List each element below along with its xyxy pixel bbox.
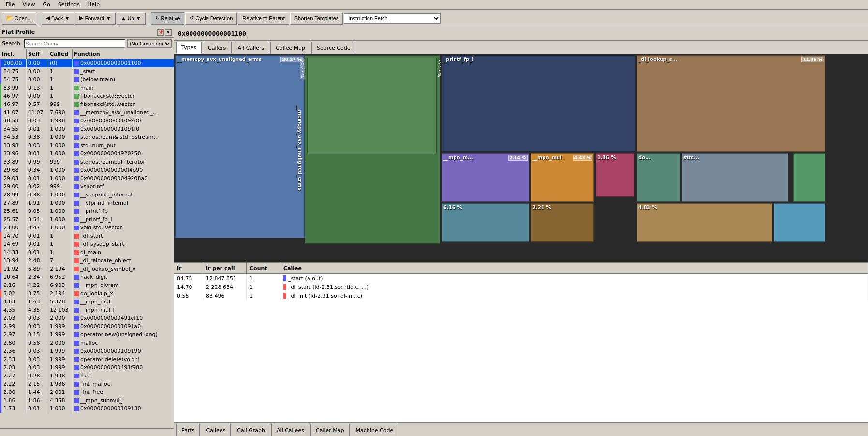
callee-row[interactable]: 14.70 2 228 634 1 _dl_start (ld-2.31.so:… <box>174 283 868 291</box>
treemap-block[interactable]: _printf_fp_l <box>442 55 635 152</box>
table-row[interactable]: 33.96 0.01 1 000 0x0000000004920250 <box>0 150 174 158</box>
treemap-block-label: _printf_fp_l <box>442 56 474 63</box>
table-row[interactable]: 33.98 0.03 1 000 std::num_put <box>0 141 174 150</box>
relative-button[interactable]: ↻ Relative <box>151 12 185 25</box>
instruction-fetch-select[interactable]: Instruction Fetch <box>344 13 441 24</box>
table-row[interactable]: 25.61 0.05 1 000 __printf_fp <box>0 207 174 215</box>
top-tab-source-code[interactable]: Source Code <box>311 42 355 54</box>
fp-pin-button[interactable]: 📌 <box>157 29 164 36</box>
treemap-block[interactable]: __mpn_m...2.14 % <box>442 153 529 202</box>
table-row[interactable]: 6.16 4.22 6 903 __mpn_divrem <box>0 281 174 289</box>
bottom-tab-parts[interactable]: Parts <box>176 424 200 436</box>
grouping-select[interactable]: (No Grouping) <box>127 39 172 48</box>
treemap-block[interactable]: 2.21 % <box>531 203 594 242</box>
treemap-block[interactable] <box>307 58 437 154</box>
table-row[interactable]: 46.97 0.00 1 fibonacci(std::vector <box>0 92 174 100</box>
bottom-tab-callees[interactable]: Callees <box>201 424 231 436</box>
menu-view[interactable]: View <box>18 0 39 9</box>
table-row[interactable]: 2.97 0.15 1 999 operator new(unsigned lo… <box>0 331 174 339</box>
open-button[interactable]: 📂 Open... <box>2 12 36 25</box>
table-row[interactable]: 46.97 0.57 999 fibonacci(std::vector <box>0 100 174 108</box>
top-tab-types[interactable]: Types <box>176 42 202 54</box>
th-function[interactable]: Function <box>73 49 174 59</box>
table-row[interactable]: 23.00 0.47 1 000 void std::vector <box>0 224 174 232</box>
table-row[interactable]: 25.57 8.54 1 000 __printf_fp_l <box>0 215 174 224</box>
table-row[interactable]: 11.92 6.89 2 194 _dl_lookup_symbol_x <box>0 265 174 273</box>
th-called[interactable]: Called <box>48 49 73 59</box>
table-row[interactable]: 28.99 0.38 1 000 __vsnprintf_internal <box>0 191 174 199</box>
table-row[interactable]: 2.27 0.28 1 998 free <box>0 372 174 380</box>
shorten-templates-button[interactable]: Shorten Templates <box>290 12 343 25</box>
table-row[interactable]: 33.89 0.99 999 std::ostreambuf_iterator <box>0 158 174 166</box>
forward-button[interactable]: ▶ Forward ▼ <box>75 12 115 25</box>
th-incl[interactable]: Incl. <box>0 49 27 59</box>
menu-help[interactable]: Help <box>84 0 103 9</box>
table-row[interactable]: 41.07 41.07 7 690 __memcpy_avx_unaligned… <box>0 108 174 117</box>
callee-th-count[interactable]: Count <box>247 263 280 273</box>
top-tab-callee-map[interactable]: Callee Map <box>270 42 310 54</box>
table-row[interactable]: 2.03 0.03 1 999 0x0000000000491f980 <box>0 363 174 372</box>
table-row[interactable]: 13.94 2.48 7 _dl_relocate_object <box>0 256 174 265</box>
treemap-block[interactable] <box>793 153 825 202</box>
cycle-detection-button[interactable]: ↺ Cycle Detection <box>185 12 237 25</box>
treemap-block[interactable]: _dl_lookup_s...11.46 % <box>637 55 825 152</box>
table-row[interactable]: 14.69 0.01 1 _dl_sysdep_start <box>0 240 174 248</box>
search-input[interactable] <box>24 39 126 48</box>
treemap-block[interactable]: strc... <box>682 153 788 202</box>
table-row[interactable]: 14.33 0.01 1 dl_main <box>0 248 174 256</box>
table-row[interactable]: 29.03 0.01 1 000 0x0000000000049208a0 <box>0 174 174 182</box>
top-tab-callers[interactable]: Callers <box>203 42 232 54</box>
table-row[interactable]: 2.36 0.03 1 999 0x0000000000109190 <box>0 347 174 355</box>
table-row[interactable]: 1.73 0.01 1 000 0x0000000000109130 <box>0 405 174 413</box>
table-row[interactable]: 4.35 4.35 12 103 __mpn_mul_l <box>0 306 174 314</box>
table-row[interactable]: 84.75 0.00 1 _start <box>0 67 174 75</box>
table-row[interactable]: 5.02 3.75 2 194 do_lookup_x <box>0 289 174 298</box>
table-row[interactable]: 2.33 0.03 1 999 operator delete(void*) <box>0 355 174 363</box>
relative-to-parent-button[interactable]: Relative to Parent <box>238 12 289 25</box>
bottom-tab-caller-map[interactable]: Caller Map <box>310 424 350 436</box>
bottom-tab-all-callees[interactable]: All Callees <box>271 424 309 436</box>
callee-th-ir-per-call[interactable]: Ir per call <box>203 263 247 273</box>
table-row[interactable]: 14.70 0.01 1 _dl_start <box>0 232 174 240</box>
table-row[interactable]: 2.80 0.58 2 000 malloc <box>0 339 174 347</box>
table-row[interactable]: 100.00 0.00 (0) 0x0000000000001100 <box>0 59 174 67</box>
table-row[interactable]: 2.03 0.03 2 000 0x0000000000491ef10 <box>0 314 174 322</box>
th-self[interactable]: Self <box>27 49 48 59</box>
fp-close-button[interactable]: ✕ <box>165 29 172 36</box>
table-row[interactable]: 83.99 0.13 1 main <box>0 84 174 92</box>
horizontal-scrollbar[interactable] <box>0 428 174 436</box>
menu-settings[interactable]: Settings <box>54 0 84 9</box>
treemap-block[interactable]: do... <box>637 153 680 202</box>
table-row[interactable]: 34.55 0.01 1 000 0x00000000001091f0 <box>0 125 174 133</box>
treemap-block[interactable]: 4.83 % <box>637 203 772 242</box>
menu-go[interactable]: Go <box>39 0 54 9</box>
treemap-block[interactable]: 6.16 % <box>442 203 529 242</box>
treemap-area[interactable]: __memcpy_avx_unaligned_erms20.27 %_print… <box>174 54 868 262</box>
up-button[interactable]: ▲ Up ▼ <box>117 12 146 25</box>
table-row[interactable]: 27.89 1.91 1 000 __vfprintf_internal <box>0 199 174 207</box>
table-row[interactable]: 34.53 0.38 1 000 std::ostream& std::ostr… <box>0 133 174 141</box>
back-button[interactable]: ◀ Back ▼ <box>42 12 74 25</box>
callee-row[interactable]: 84.75 12 847 851 1 _start (a.out) <box>174 274 868 283</box>
treemap-block[interactable] <box>774 203 825 242</box>
bottom-tab-call-graph[interactable]: Call Graph <box>232 424 270 436</box>
treemap-block[interactable]: __memcpy_avx_unaligned_erms20.27 % <box>175 55 305 238</box>
menu-file[interactable]: File <box>2 0 18 9</box>
table-row[interactable]: 29.68 0.34 1 000 0x000000000000f4b90 <box>0 166 174 174</box>
table-row[interactable]: 10.64 2.34 6 952 hack_digit <box>0 273 174 281</box>
table-row[interactable]: 40.58 0.03 1 998 0x0000000000109200 <box>0 117 174 125</box>
treemap-block[interactable]: 1.86 % <box>596 153 634 197</box>
table-row[interactable]: 2.00 1.44 2 001 _int_free <box>0 388 174 396</box>
table-row[interactable]: 1.86 1.86 4 358 __mpn_submul_l <box>0 396 174 405</box>
table-row[interactable]: 2.99 0.03 1 999 0x00000000001091a0 <box>0 322 174 331</box>
table-row[interactable]: 4.63 1.63 5 378 __mpn_mul <box>0 298 174 306</box>
callee-row[interactable]: 0.55 83 496 1 _dl_init (ld-2.31.so: dl-i… <box>174 291 868 300</box>
table-row[interactable]: 2.22 2.15 1 936 _int_malloc <box>0 380 174 388</box>
callee-th-callee[interactable]: Callee <box>280 263 868 273</box>
top-tab-all-callers[interactable]: All Callers <box>233 42 270 54</box>
callee-th-ir[interactable]: Ir <box>174 263 203 273</box>
table-row[interactable]: 29.00 0.02 999 vsnprintf <box>0 182 174 191</box>
table-row[interactable]: 84.75 0.00 1 (below main) <box>0 75 174 84</box>
treemap-block[interactable]: __mpn_mul4.43 % <box>531 153 594 202</box>
bottom-tab-machine-code[interactable]: Machine Code <box>351 424 399 436</box>
